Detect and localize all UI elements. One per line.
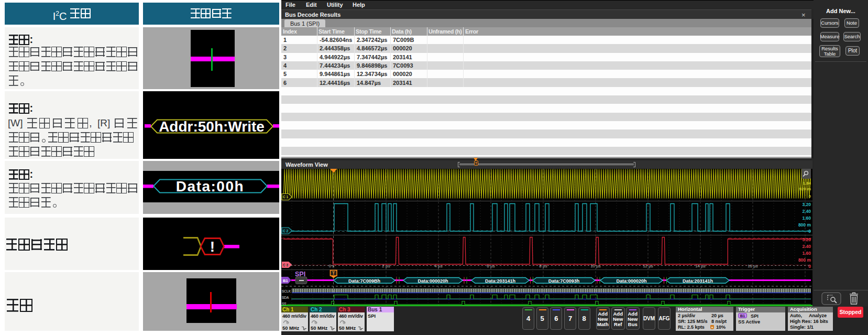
svg-text:10 µs: 10 µs xyxy=(590,264,601,268)
svg-text:Data:000020h: Data:000020h xyxy=(417,278,448,284)
svg-text:Data:203141h: Data:203141h xyxy=(683,278,713,284)
svg-text:!: ! xyxy=(210,239,215,255)
svg-text:800 m: 800 m xyxy=(798,222,811,228)
svg-text:8 µs: 8 µs xyxy=(539,264,547,268)
svg-text:12 µs: 12 µs xyxy=(643,264,653,268)
svg-text:C 2: C 2 xyxy=(283,229,289,233)
svg-text:C 3: C 3 xyxy=(283,263,289,267)
svg-text:16 µs: 16 µs xyxy=(748,264,758,268)
svg-text:0: 0 xyxy=(808,264,811,269)
svg-text:T: T xyxy=(332,271,335,276)
svg-text:0 s: 0 s xyxy=(329,264,335,268)
svg-text:1.84: 1.84 xyxy=(803,181,811,186)
svg-text:Data:00h: Data:00h xyxy=(176,178,244,194)
svg-text:2.40: 2.40 xyxy=(802,209,811,214)
svg-text:SCLK: SCLK xyxy=(282,289,291,293)
svg-text:6 µs: 6 µs xyxy=(487,264,495,268)
svg-text:3.20: 3.20 xyxy=(802,237,811,242)
svg-text:Addr:50h:Write: Addr:50h:Write xyxy=(159,118,265,135)
svg-text:SDA: SDA xyxy=(282,296,289,299)
svg-text:3.20: 3.20 xyxy=(802,202,811,207)
svg-text:Data:203141h: Data:203141h xyxy=(485,278,515,284)
svg-text:SS: SS xyxy=(282,302,287,306)
svg-text:Data:7C009Bh: Data:7C009Bh xyxy=(348,278,380,284)
svg-text:2 µs: 2 µs xyxy=(382,264,390,268)
svg-text:Data:000020h: Data:000020h xyxy=(616,278,646,284)
svg-text:0: 0 xyxy=(809,194,811,199)
svg-text:1.60: 1.60 xyxy=(802,215,811,221)
svg-text:4 µs: 4 µs xyxy=(434,264,442,268)
svg-text:1.60: 1.60 xyxy=(802,251,811,256)
svg-text:Data:7C0093h: Data:7C0093h xyxy=(548,278,580,284)
svg-text:C 1: C 1 xyxy=(283,195,289,199)
svg-text:14 µs: 14 µs xyxy=(695,264,706,268)
svg-text:800 m: 800 m xyxy=(798,257,811,263)
svg-text:2.40: 2.40 xyxy=(802,244,811,249)
svg-text:B1: B1 xyxy=(283,278,288,283)
svg-text:920 m: 920 m xyxy=(799,187,811,191)
